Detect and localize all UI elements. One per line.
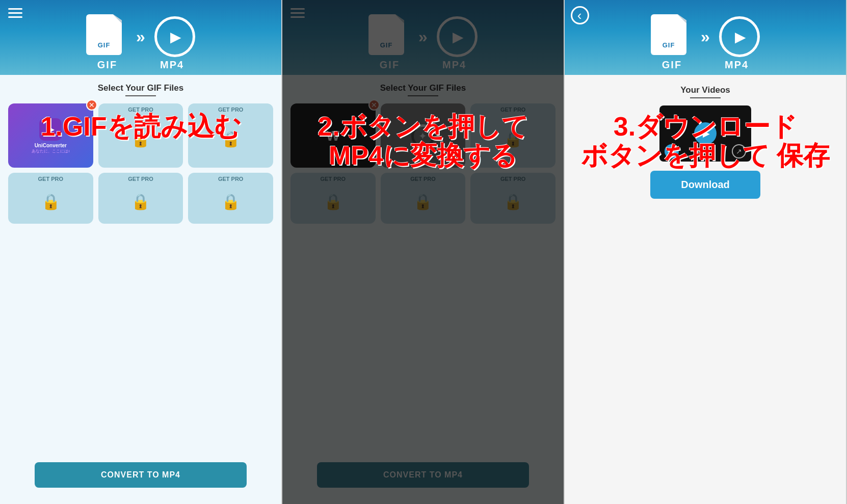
download-button[interactable]: Download <box>650 171 760 199</box>
your-videos-title: Your Videos <box>680 85 730 95</box>
convert-btn[interactable]: CONVERT TO MP4 <box>35 462 247 488</box>
pro-cell-5[interactable]: GET PRO 🔒 <box>188 173 273 224</box>
lock-icon: 🔒 <box>41 193 60 210</box>
remove-btn[interactable]: ✕ <box>86 99 97 111</box>
panel1-body: Select Your GIF Files ✕ ▶ UniConverter あ… <box>0 75 281 504</box>
pro-cell-4[interactable]: GET PRO 🔒 <box>98 173 183 224</box>
lock-icon: 🔒 <box>131 130 150 148</box>
gif-file-icon: GIF <box>651 14 692 59</box>
get-pro-label: GET PRO <box>98 107 183 113</box>
app-preview: ▶ UniConverter あなたに、ここにはi <box>8 111 93 162</box>
title-underline <box>690 97 721 98</box>
header-icons: GIF » <box>86 14 195 59</box>
panel-2: GIF » GIF MP4 2.ボタンを押して MP4に変換する Select … <box>282 0 565 504</box>
video-download-icon[interactable]: ⬇ <box>665 144 679 158</box>
mp4-play-icon <box>154 16 195 57</box>
panel3-header: GIF » GIF MP4 <box>565 0 846 75</box>
file-grid-bottom: GET PRO 🔒 GET PRO 🔒 GET PRO 🔒 <box>8 173 273 224</box>
get-pro-label: GET PRO <box>188 107 273 113</box>
video-preview: ⬇ ↗ <box>659 105 751 162</box>
pro-cell-2[interactable]: GET PRO 🔒 <box>188 103 273 168</box>
arrow-icon: » <box>136 28 145 46</box>
get-pro-label: GET PRO <box>188 176 273 182</box>
lock-icon: 🔒 <box>221 130 240 148</box>
gif-label: GIF <box>86 41 122 49</box>
format-labels: GIF MP4 <box>662 59 749 71</box>
header-icons: GIF » <box>651 14 760 59</box>
get-pro-label: GET PRO <box>8 176 93 182</box>
gif-file-cell[interactable]: ✕ ▶ UniConverter あなたに、ここにはi <box>8 103 93 168</box>
video-play-button[interactable] <box>694 122 717 145</box>
gif-format-label: GIF <box>662 59 682 71</box>
file-grid-top: ✕ ▶ UniConverter あなたに、ここにはi GET PRO 🔒 GE… <box>8 103 273 168</box>
mp4-format-label: MP4 <box>725 59 749 71</box>
panel1-section-title: Select Your GIF Files <box>98 83 183 93</box>
app-logo: ▶ <box>39 118 62 141</box>
gif-label: GIF <box>651 41 686 49</box>
get-pro-label: GET PRO <box>98 176 183 182</box>
pro-cell-3[interactable]: GET PRO 🔒 <box>8 173 93 224</box>
panel3-body: Your Videos ⬇ ↗ Download <box>565 75 846 504</box>
gif-file-icon: GIF <box>86 14 127 59</box>
panel1-header: GIF » GIF MP4 <box>0 0 281 75</box>
lock-icon: 🔒 <box>221 193 240 210</box>
video-share-icon[interactable]: ↗ <box>732 144 746 158</box>
app-sub-label: あなたに、ここにはi <box>32 148 69 154</box>
panel-1: GIF » GIF MP4 1.GIFを読み込む Select Your GIF… <box>0 0 282 504</box>
mp4-format-label: MP4 <box>160 59 184 71</box>
panel-3: GIF » GIF MP4 3.ダウンロード ボタンを押して 保存 Your V… <box>565 0 847 504</box>
format-labels: GIF MP4 <box>97 59 184 71</box>
app-name-label: UniConverter <box>35 143 67 148</box>
processing-overlay <box>282 0 564 504</box>
title-underline <box>125 95 156 96</box>
lock-icon: 🔒 <box>131 193 150 210</box>
mp4-play-icon <box>719 16 760 57</box>
hamburger-menu[interactable] <box>8 8 22 18</box>
pro-cell-1[interactable]: GET PRO 🔒 <box>98 103 183 168</box>
back-button[interactable] <box>571 6 589 24</box>
gif-format-label: GIF <box>97 59 117 71</box>
arrow-icon: » <box>701 28 710 46</box>
